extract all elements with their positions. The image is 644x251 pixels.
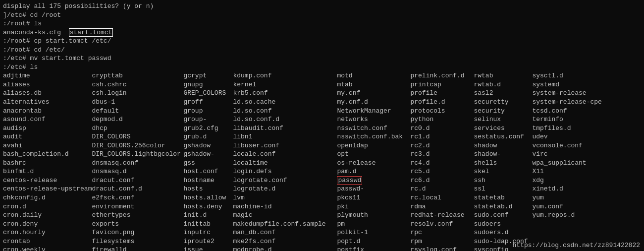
ls-item: redhat-release: [410, 211, 474, 220]
ls-item: rc1.d: [410, 132, 474, 141]
ls-item: group: [183, 107, 233, 116]
ls-item: ld.so.conf.d: [233, 115, 337, 124]
ls-item: groff: [183, 98, 233, 107]
ls-item: xinetd.d: [532, 185, 601, 193]
ls-item: plymouth: [337, 211, 410, 220]
ls-item: magic: [233, 211, 337, 220]
start-tomct-highlight: start.tomct: [69, 28, 113, 37]
ls-item: libn1: [233, 132, 337, 141]
ls-item: alternatives: [3, 98, 92, 107]
ls-item: crypttab: [92, 71, 183, 80]
ls-item: mtab: [337, 80, 410, 89]
ls-item: dnsmasq.d: [92, 167, 183, 176]
line-1: display all 175 possibilities? (y or n): [3, 2, 641, 11]
ls-item: yum.conf: [532, 202, 601, 211]
ls-item: pkcs11: [337, 193, 410, 202]
ls-item: centos-release-upstream: [3, 185, 92, 193]
ls-col-3: gcrypt gnupg GREP_COLORS groff group gro…: [183, 71, 233, 251]
ls-item: rc.local: [410, 193, 474, 202]
ls-item: dbus-1: [92, 98, 183, 107]
ls-item: group-: [183, 115, 233, 124]
ls-item: bash_completion.d: [3, 150, 92, 159]
ls-item: passwd-: [337, 185, 410, 193]
ls-item: rpc: [410, 228, 474, 237]
ls-item: sysctl.d: [532, 71, 601, 80]
ls-item: environment: [92, 202, 183, 211]
ls-col-6: prelink.conf.d printcap profile profile.…: [410, 71, 474, 251]
ls-item: csh.cshrc: [92, 80, 183, 89]
ls-item: ethertypes: [92, 211, 183, 220]
ls-item: opt: [337, 150, 410, 159]
ls-item: hosts: [183, 185, 233, 193]
line-4: anaconda-ks.cfg start.tomct: [3, 28, 641, 37]
ls-item: rc6.d: [410, 176, 474, 185]
ls-item: resolv.conf: [410, 220, 474, 229]
ls-item: vconsole.conf: [532, 141, 601, 150]
ls-item: tmpfiles.d: [532, 124, 601, 133]
ls-col-5: motd mtab my.cnf my.cnf.d NetworkManager…: [337, 71, 410, 251]
ls-item: dnsmasq.conf: [92, 159, 183, 168]
ls-item: udev: [532, 132, 601, 141]
ls-col-8: sysctl.d systemd system-release system-r…: [532, 71, 601, 251]
passwd-highlight: passwd: [337, 176, 362, 185]
ls-item: login.defs: [233, 167, 337, 176]
line-8: :/etc# ls: [3, 63, 641, 72]
ls-item: statetab.d: [474, 202, 532, 211]
ls-item: grub2.cfg: [183, 124, 233, 133]
ls-item: kernel: [233, 80, 337, 89]
ls-item: prelink.conf.d: [410, 71, 474, 80]
ls-item: crontab: [3, 237, 92, 246]
ls-item: init.d: [183, 211, 233, 220]
ls-item: profile.d: [410, 98, 474, 107]
ls-item: ssl: [474, 185, 532, 193]
ls-item: cron.hourly: [3, 228, 92, 237]
ls-item: python: [410, 115, 474, 124]
ls-item: security: [474, 107, 532, 116]
line-6: :/root# cd /etc/: [3, 46, 641, 55]
ls-item: skel: [474, 167, 532, 176]
ls-item: cron.deny: [3, 220, 92, 229]
ls-item: pm: [337, 220, 410, 229]
ls-item: passwd: [337, 176, 410, 185]
ls-item: gcrypt: [183, 71, 233, 80]
ls-item: audit: [3, 132, 92, 141]
line-2: ]/etc# cd /root: [3, 11, 641, 20]
ls-item: pki: [337, 202, 410, 211]
ls-item: kdump.conf: [233, 71, 337, 80]
ls-item: cron.weekly: [3, 246, 92, 251]
ls-item: popt.d: [337, 237, 410, 246]
ls-item: firewalld: [92, 246, 183, 251]
ls-item: rc3.d: [410, 150, 474, 159]
ls-item: services: [474, 124, 532, 133]
ls-item: adjtime: [3, 71, 92, 80]
ls-item: gshadow: [183, 141, 233, 150]
ls-item: sudoers.d: [474, 228, 532, 237]
ls-item: binfmt.d: [3, 167, 92, 176]
ls-item: rc.d: [410, 185, 474, 193]
ls-item: host.conf: [183, 167, 233, 176]
ls-item: issue: [183, 246, 233, 251]
ls-item: mke2fs.conf: [233, 237, 337, 246]
ls-item: makedumpfile.conf.sample: [233, 220, 337, 229]
ls-col-1: adjtime aliases aliases.db alternatives …: [3, 71, 92, 251]
ls-item: profile: [410, 89, 474, 98]
ls-item: pam.d: [337, 167, 410, 176]
ls-item: yum.repos.d: [532, 211, 601, 220]
ls-item: sestatus.conf: [474, 132, 532, 141]
ls-item: logrotate.d: [233, 185, 337, 193]
ls-item: default: [92, 107, 183, 116]
ls-item: tcsd.conf: [532, 107, 601, 116]
ls-item: sudoers: [474, 220, 532, 229]
ls-item: libuser.conf: [233, 141, 337, 150]
ls-item: motd: [337, 71, 410, 80]
ls-item: terminfo: [532, 115, 601, 124]
ls-item: ssh: [474, 176, 532, 185]
ls-item: rpm: [410, 237, 474, 246]
ls-item: securetty: [474, 98, 532, 107]
ls-item: depmod.d: [92, 115, 183, 124]
ls-col-2: crypttab csh.cshrc csh.login dbus-1 defa…: [92, 71, 183, 251]
ls-item: lvm: [233, 193, 337, 202]
ls-item: aliases: [3, 80, 92, 89]
ls-item: krb5.conf: [233, 89, 337, 98]
ls-item: rwtab: [474, 71, 532, 80]
